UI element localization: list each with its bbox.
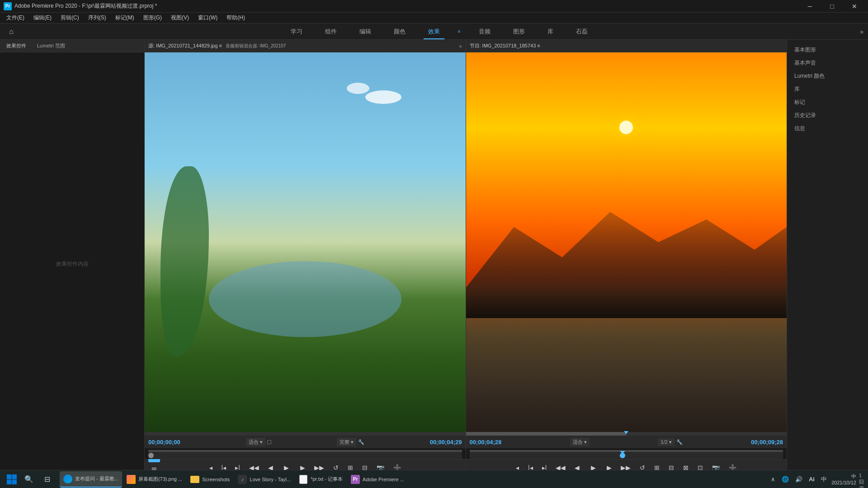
tray-network-icon[interactable]: 🌐 <box>780 474 791 484</box>
notepad-icon <box>299 475 308 484</box>
program-fit-area: 适合 ▾ <box>570 438 590 446</box>
panel-item-history[interactable]: 历史记录 <box>787 109 868 122</box>
taskbar: 🔍 ⊟ 发布提问 - 最霖教... 屏幕截图(73).png ... Scree… <box>0 470 868 488</box>
left-panel-content: 效果控件内容 <box>0 52 144 475</box>
program-video-content <box>466 52 787 432</box>
source-more-btn[interactable]: » <box>459 43 462 49</box>
source-timeline-bar <box>145 448 466 452</box>
right-panel: 基本图形 基本声音 Lumetri 颜色 库 标记 历史记录 信息 <box>787 40 868 475</box>
taskbar-system-tray: ∧ 🌐 🔊 Ai 中 中 2021/10/12 1囧需教育 <box>769 472 864 487</box>
panel-item-basic-graphics[interactable]: 基本图形 <box>787 43 868 56</box>
source-scrub-bar[interactable] <box>145 452 466 459</box>
source-panel: 源: IMG_20210721_144829.jpg ≡ 音频剪辑混合器: IM… <box>145 40 466 475</box>
menu-view[interactable]: 视图(V) <box>166 13 193 23</box>
tray-sound-icon[interactable]: 🔊 <box>793 474 804 484</box>
task-view-icon: ⊟ <box>44 475 50 483</box>
taskbar-clock[interactable]: 中 2021/10/12 <box>831 473 856 485</box>
nav-tab-color[interactable]: 颜色 <box>389 24 410 39</box>
source-format-icon: □ <box>267 438 271 446</box>
taskbar-item-edge[interactable]: 发布提问 - 最霖教... <box>60 471 122 488</box>
program-fit-btn[interactable]: 适合 ▾ <box>570 438 590 446</box>
program-progress-fill <box>466 432 627 436</box>
main-content: 效果控件 Lumetri 范围 效果控件内容 源: IMG_20210721_1… <box>0 40 868 475</box>
source-complete-btn[interactable]: 完整 ▾ <box>337 438 356 446</box>
program-scrub-bar[interactable] <box>466 452 787 459</box>
music-player-icon: ♪ <box>238 475 247 484</box>
tray-lang-icon[interactable]: 中 <box>819 474 829 485</box>
program-playhead[interactable] <box>620 453 625 458</box>
menu-help[interactable]: 帮助(H) <box>222 13 250 23</box>
left-panel-header: 效果控件 Lumetri 范围 <box>0 40 144 52</box>
start-button[interactable] <box>4 471 20 488</box>
source-timecode: 00;00;00;00 <box>148 439 180 446</box>
source-controls-bar: 00;00;00;00 适合 ▾ □ 完整 ▾ 🔧 00;00;04;29 <box>145 436 466 448</box>
home-button[interactable]: ⌂ <box>0 28 23 36</box>
taskbar-search-button[interactable]: 🔍 <box>22 472 36 487</box>
taskbar-task-view-button[interactable]: ⊟ <box>40 472 54 487</box>
taskbar-notification-corner[interactable]: 1囧需教育 <box>859 472 864 487</box>
source-scene <box>145 52 466 432</box>
svg-rect-3 <box>12 479 17 484</box>
program-scene <box>466 52 787 432</box>
taskbar-item-music[interactable]: ♪ Love Story - Tayl... <box>234 471 294 488</box>
tray-ai-label: Ai <box>807 474 816 484</box>
program-panel-header: 节目: IMG_20210718_185743 ≡ <box>466 40 787 52</box>
nav-tab-effects[interactable]: 效果 <box>424 24 444 39</box>
taskbar-item-screenshot[interactable]: 屏幕截图(73).png ... <box>123 471 186 488</box>
program-duration: 00;00;09;28 <box>751 439 783 446</box>
program-playhead-marker <box>624 431 628 434</box>
panel-item-marker[interactable]: 标记 <box>787 96 868 109</box>
nav-tabs: 学习 组件 编辑 颜色 效果 ≡ 音频 图形 库 石磊 <box>23 24 855 39</box>
taskbar-item-notepad[interactable]: *pr.txt - 记事本 <box>295 471 346 488</box>
taskbar-premiere-label: Adobe Premiere ... <box>363 477 404 482</box>
premiere-icon: Pr <box>351 475 360 484</box>
nav-tab-audio[interactable]: 音频 <box>474 24 495 39</box>
source-complete-area: 完整 ▾ 🔧 <box>337 438 364 446</box>
program-video <box>466 52 787 432</box>
nav-tab-graphics[interactable]: 图形 <box>509 24 529 39</box>
maximize-button[interactable]: □ <box>822 2 842 11</box>
panel-item-library[interactable]: 库 <box>787 83 868 96</box>
taskbar-screenshot-label: 屏幕截图(73).png ... <box>138 476 182 483</box>
app-icon: Pr <box>4 2 12 10</box>
tray-up-arrow[interactable]: ∧ <box>769 474 777 484</box>
menu-sequence[interactable]: 序列(S) <box>84 13 111 23</box>
menu-marker[interactable]: 标记(M) <box>111 13 139 23</box>
nav-tab-learn[interactable]: 学习 <box>286 24 307 39</box>
panel-item-info[interactable]: 信息 <box>787 122 868 135</box>
program-ratio-btn[interactable]: 1/2 ▾ <box>658 438 674 446</box>
nav-tab-assembly[interactable]: 组件 <box>321 24 341 39</box>
folder-icon <box>190 475 199 484</box>
preview-area: 源: IMG_20210721_144829.jpg ≡ 音频剪辑混合器: IM… <box>145 40 787 475</box>
menu-window[interactable]: 窗口(W) <box>193 13 222 23</box>
minimize-button[interactable]: ─ <box>800 2 820 11</box>
title-bar-left: Pr Adobe Premiere Pro 2020 - F:\pr\最霖网站视… <box>4 2 157 10</box>
program-wrench-icon: 🔧 <box>676 439 683 445</box>
panel-item-lumetri-color[interactable]: Lumetri 颜色 <box>787 70 868 83</box>
window-controls: ─ □ ✕ <box>800 2 864 11</box>
menu-file[interactable]: 文件(E) <box>2 13 29 23</box>
top-nav: ⌂ 学习 组件 编辑 颜色 效果 ≡ 音频 图形 库 石磊 » <box>0 23 868 40</box>
nav-more-button[interactable]: » <box>855 28 868 35</box>
panel-item-basic-audio[interactable]: 基本声音 <box>787 56 868 70</box>
nav-tab-edit[interactable]: 编辑 <box>355 24 376 39</box>
taskbar-item-folder[interactable]: Screenshots <box>187 471 233 488</box>
panel-tab-effects-controls[interactable]: 效果控件 <box>4 41 29 51</box>
source-fit-btn[interactable]: 适合 ▾ <box>246 438 265 446</box>
source-progress-bar[interactable] <box>145 432 466 436</box>
source-panel-header: 源: IMG_20210721_144829.jpg ≡ 音频剪辑混合器: IM… <box>145 40 466 52</box>
close-button[interactable]: ✕ <box>844 2 864 11</box>
menu-graphics[interactable]: 图形(G) <box>139 13 166 23</box>
source-video <box>145 52 466 432</box>
program-progress-bar[interactable] <box>466 432 787 436</box>
left-panel: 效果控件 Lumetri 范围 效果控件内容 <box>0 40 145 475</box>
preview-panels: 源: IMG_20210721_144829.jpg ≡ 音频剪辑混合器: IM… <box>145 40 787 475</box>
taskbar-item-premiere[interactable]: Pr Adobe Premiere ... <box>347 471 408 488</box>
nav-tab-library[interactable]: 库 <box>543 24 558 39</box>
program-label: 节目: IMG_20210718_185743 ≡ <box>470 42 540 49</box>
panel-tab-lumetri[interactable]: Lumetri 范围 <box>34 41 68 51</box>
menu-edit[interactable]: 编辑(E) <box>29 13 56 23</box>
menu-clip[interactable]: 剪辑(C) <box>56 13 84 23</box>
nav-tab-shilei[interactable]: 石磊 <box>571 24 592 39</box>
program-panel: 节目: IMG_20210718_185743 ≡ <box>466 40 787 475</box>
